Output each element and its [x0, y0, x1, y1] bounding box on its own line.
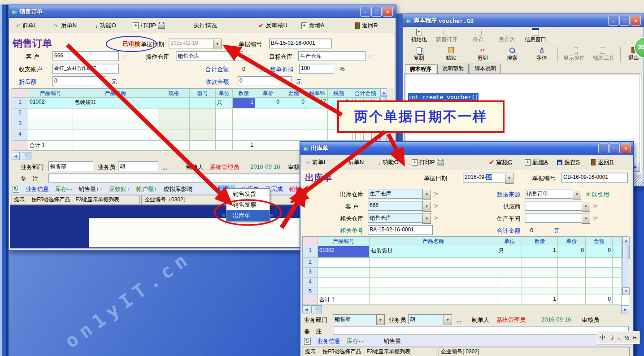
maximize-button[interactable]: □ — [609, 143, 620, 153]
sales-qty-link[interactable]: 销售量++ — [78, 185, 103, 193]
doc-no-field[interactable]: GB-16-09-16-0001 — [561, 173, 628, 183]
ime-mode[interactable]: 中 — [600, 334, 605, 342]
source-dropdown[interactable]: ▼ — [573, 189, 581, 200]
print-button[interactable]: +打印P — [412, 158, 444, 166]
menu-item-outbound[interactable]: 出库单 — [226, 210, 270, 221]
return-button[interactable]: 返回R — [355, 22, 378, 30]
show-controls-button[interactable]: 显示控件 — [560, 47, 588, 62]
scroll-up-icon[interactable]: ▲ — [622, 237, 630, 244]
col-amount[interactable]: 金额 — [586, 237, 613, 246]
next-doc-button[interactable]: ☞后单N — [341, 158, 364, 166]
search-button[interactable]: 搜索 — [498, 47, 526, 62]
save-as-button[interactable]: 另存为 — [493, 28, 521, 43]
menu-item-sales-invoice[interactable]: 销售发票 — [226, 200, 270, 210]
scroll-thumb[interactable] — [622, 245, 630, 259]
init-button[interactable]: +初始化 — [405, 28, 433, 43]
new-window-button[interactable]: 新窗打开 — [433, 28, 461, 43]
virtual-stock-link[interactable]: 虚拟库影响 — [163, 185, 192, 193]
outbound-titlebar[interactable]: ◆◆ 出库单 - □ × — [300, 142, 633, 155]
customer-hand-icon[interactable]: ☞ — [433, 203, 439, 209]
col-qty[interactable]: 数量 — [233, 89, 255, 98]
prev-doc-button[interactable]: ☜前单L — [15, 22, 37, 30]
ime-punct-icon[interactable]: ·, — [617, 334, 621, 341]
tab-script[interactable]: 脚本程序 — [405, 64, 436, 74]
dept-field[interactable]: 销售部 — [48, 161, 93, 171]
out-wh-hand-icon[interactable]: ☞ — [433, 191, 439, 197]
cut-button[interactable]: ✂剪切 — [469, 47, 496, 62]
minimize-button[interactable]: - — [360, 7, 370, 17]
ime-tools-icon[interactable]: ✂ — [632, 334, 637, 341]
out-warehouse-combo[interactable]: 生产仓库 — [368, 189, 423, 199]
col-unit[interactable]: 单位 — [497, 237, 522, 246]
col-qty[interactable]: 数量 — [522, 237, 558, 246]
print-button[interactable]: +打印P — [133, 22, 165, 30]
col-rownum[interactable]: - — [12, 89, 28, 98]
info-window-button[interactable]: 信息窗口 — [522, 28, 549, 43]
supplier-combo[interactable] — [525, 201, 582, 211]
more-button[interactable]: ... — [457, 317, 461, 324]
table-row[interactable]: 2 — [303, 258, 629, 268]
col-product-name[interactable]: 产品名称 — [73, 89, 158, 98]
table-row[interactable]: 3 — [12, 119, 386, 130]
aux-tools-button[interactable]: 辅助工具 — [590, 47, 618, 62]
account-amt-link[interactable]: 帐户额+ — [136, 185, 157, 193]
doc-date-field[interactable]: 2015-02-16 — [169, 39, 213, 48]
scroll-up-icon[interactable]: ▲ — [381, 89, 387, 96]
date-dropdown-button[interactable]: ▼ — [505, 173, 513, 184]
table-vertical-scrollbar[interactable]: ▲ ▼ — [622, 237, 629, 295]
supplier-hand-icon[interactable]: ☞ — [593, 203, 598, 209]
maximize-button[interactable]: □ — [619, 16, 630, 26]
minimize-button[interactable]: - — [608, 16, 618, 26]
close-button[interactable]: × — [383, 7, 393, 17]
selected-qty-cell[interactable]: 1 — [233, 98, 255, 109]
table-row[interactable]: 4 — [303, 278, 629, 287]
selected-code-cell[interactable]: 01002 — [318, 246, 370, 258]
col-taxrate[interactable]: 税率% — [306, 89, 328, 98]
col-price[interactable]: 单价 — [558, 237, 586, 246]
out-wh-dropdown[interactable]: ▼ — [422, 189, 431, 200]
source-combo[interactable]: 销售订单 — [525, 189, 573, 199]
after-discount-field[interactable]: 0 — [52, 76, 106, 86]
account-field[interactable]: 银行_农村合作银行 — [52, 64, 119, 74]
save-button[interactable]: 保存 — [464, 28, 492, 43]
ime-language-bar[interactable]: 中 ☽ ·, ½ ✂ — [597, 331, 640, 344]
minimize-button[interactable]: - — [598, 143, 609, 153]
col-product-code[interactable]: 产品编号 — [28, 89, 73, 98]
received-field[interactable]: 0 — [238, 76, 292, 86]
copy-button[interactable]: 复制 — [405, 47, 433, 62]
col-model[interactable]: 型号 — [190, 89, 216, 98]
table-row[interactable]: 4 — [12, 130, 386, 141]
workshop-dropdown[interactable]: ▼ — [582, 213, 590, 224]
col-unit[interactable]: 单位 — [216, 89, 233, 98]
col-product-name[interactable]: 产品名称 — [370, 237, 497, 246]
scroll-left-icon[interactable]: ◀ — [302, 305, 310, 313]
emp-field[interactable]: 胡 — [118, 161, 158, 171]
functions-button[interactable]: ↓功能O — [378, 158, 399, 166]
col-product-code[interactable]: 产品编号 — [318, 237, 370, 246]
close-button[interactable]: × — [621, 143, 631, 153]
prev-doc-button[interactable]: ☜前单L — [305, 158, 327, 166]
dept-combo[interactable]: 销售部 — [333, 314, 377, 324]
col-spec[interactable]: 规格 — [158, 89, 190, 98]
functions-button[interactable]: ↓功能O — [95, 22, 116, 30]
table-row[interactable]: 1 01002 包装袋11 只 1 0 0 — [303, 246, 629, 258]
biz-info-link[interactable]: 业务信息 — [317, 337, 340, 345]
audit-button[interactable]: ✔审核C — [489, 158, 512, 166]
customer-combo[interactable]: 666 — [368, 201, 423, 211]
dept-dropdown[interactable]: ▼ — [376, 314, 385, 325]
target-warehouse-field[interactable]: 生产仓库 — [298, 51, 366, 61]
table-row[interactable]: 3 — [303, 268, 629, 278]
hscroll-grip[interactable]: ||| — [311, 305, 322, 313]
note-field[interactable] — [333, 326, 629, 335]
font-button[interactable]: A字体 — [528, 47, 556, 62]
col-price[interactable]: 单价 — [255, 89, 281, 98]
close-button[interactable]: × — [631, 16, 641, 26]
col-amount[interactable]: 金额 — [281, 89, 306, 98]
script-titlebar[interactable]: ◆◆ 脚本程序 voucher.GB - □ × — [403, 14, 644, 27]
receivable-link[interactable]: 应收账+ — [109, 185, 130, 193]
col-rownum[interactable]: - — [303, 237, 318, 246]
ime-moon-icon[interactable]: ☽ — [609, 334, 614, 341]
customer-field[interactable]: 666 — [52, 51, 119, 61]
discount-field[interactable]: 100 — [299, 64, 334, 74]
rel-wh-dropdown[interactable]: ▼ — [422, 213, 431, 224]
